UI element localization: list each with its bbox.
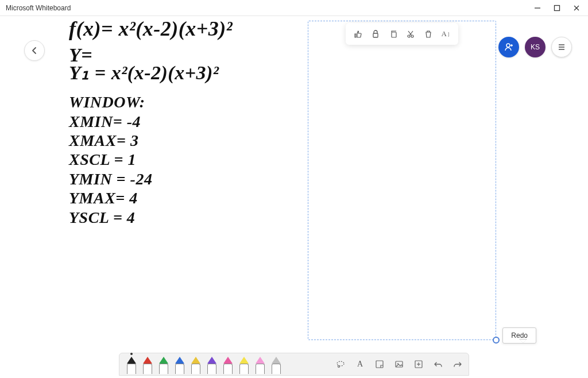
- redo-tooltip: Redo: [502, 327, 536, 344]
- svg-point-17: [338, 366, 340, 368]
- handwriting-content: f(x)= x²(x-2)(x+3)² Y= Y₁ = x²(x-2)(x+3)…: [69, 18, 299, 226]
- selection-resize-handle[interactable]: [493, 337, 500, 344]
- invite-button[interactable]: [498, 37, 519, 57]
- alt-text-icon[interactable]: A❳: [441, 29, 451, 39]
- svg-rect-1: [555, 5, 560, 10]
- minimize-button[interactable]: [533, 3, 542, 13]
- pen-red[interactable]: [141, 357, 154, 374]
- cut-icon[interactable]: [405, 29, 416, 39]
- pen-tray: [125, 357, 283, 374]
- bottom-toolbar: A: [119, 353, 469, 376]
- highlighter-pink[interactable]: [254, 357, 266, 374]
- svg-rect-18: [376, 361, 383, 368]
- pen-yellow[interactable]: [189, 357, 202, 374]
- person-plus-icon: [504, 42, 514, 52]
- image-icon[interactable]: [394, 359, 404, 369]
- pen-black[interactable]: [125, 357, 138, 374]
- highlighter-yellow[interactable]: [238, 357, 250, 374]
- delete-icon[interactable]: [423, 29, 434, 39]
- arrow-left-icon: [30, 46, 39, 55]
- ink-ymin: YMIN = -24: [69, 171, 299, 187]
- pen-blue[interactable]: [173, 357, 186, 374]
- selection-rectangle[interactable]: [308, 21, 496, 340]
- like-icon[interactable]: [353, 29, 363, 39]
- undo-icon[interactable]: [433, 359, 443, 369]
- maximize-button[interactable]: [552, 3, 562, 13]
- pen-green[interactable]: [157, 357, 170, 374]
- redo-icon[interactable]: [452, 359, 463, 369]
- ink-ymax: YMAX= 4: [69, 190, 299, 206]
- text-icon[interactable]: A: [355, 359, 365, 369]
- ink-xmax: XMAX= 3: [69, 132, 299, 149]
- add-icon[interactable]: [413, 359, 424, 369]
- settings-menu-button[interactable]: [551, 37, 572, 57]
- ink-yscl: YSCL = 4: [69, 209, 299, 226]
- selection-toolbar: A❳: [346, 23, 458, 45]
- lock-icon[interactable]: [370, 29, 381, 39]
- ink-window-heading: WINDOW:: [69, 94, 299, 110]
- svg-rect-10: [373, 33, 378, 37]
- top-right-controls: KS: [498, 37, 572, 57]
- note-icon[interactable]: [374, 359, 385, 369]
- ink-line-1: f(x)= x²(x-2)(x+3)²: [69, 18, 299, 40]
- svg-point-16: [337, 361, 344, 366]
- app-title: Microsoft Whiteboard: [6, 4, 533, 12]
- svg-rect-11: [392, 32, 396, 37]
- hamburger-icon: [557, 43, 566, 52]
- ink-xscl: XSCL = 1: [69, 151, 299, 168]
- svg-point-4: [506, 44, 510, 47]
- tool-tray: A: [335, 359, 463, 374]
- eraser[interactable]: [270, 357, 283, 374]
- window-controls: [533, 3, 583, 13]
- back-button[interactable]: [24, 40, 45, 61]
- title-bar: Microsoft Whiteboard: [0, 0, 588, 16]
- pen-purple[interactable]: [206, 357, 218, 374]
- ink-xmin: XMIN= -4: [69, 113, 299, 130]
- user-avatar[interactable]: KS: [525, 37, 546, 57]
- pen-rainbow[interactable]: [222, 357, 234, 374]
- copy-icon[interactable]: [388, 29, 399, 39]
- ink-line-3: Y₁ = x²(x-2)(x+3)²: [69, 63, 299, 83]
- close-button[interactable]: [572, 3, 581, 13]
- lasso-icon[interactable]: [335, 359, 346, 369]
